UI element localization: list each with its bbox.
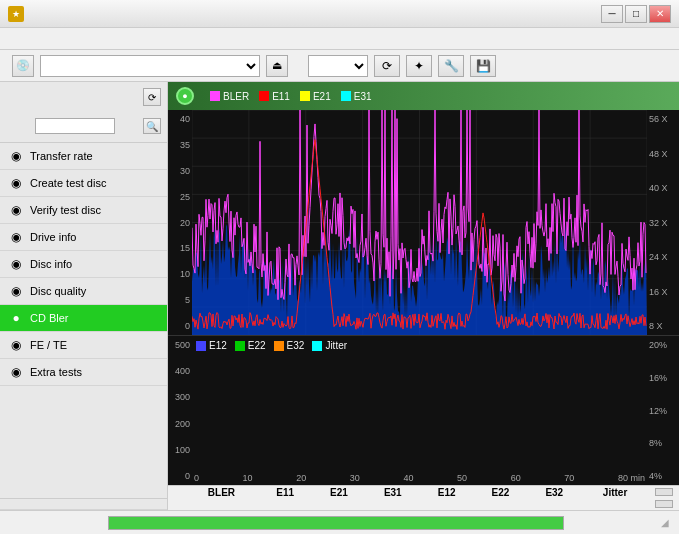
save-button[interactable]: 💾 <box>470 55 496 77</box>
menu-starttest[interactable] <box>20 37 36 41</box>
nav-disc-quality[interactable]: ◉ Disc quality <box>0 278 167 305</box>
verify-test-disc-icon: ◉ <box>8 202 24 218</box>
label-search-button[interactable]: 🔍 <box>143 118 161 134</box>
legend-e32: E32 <box>274 340 305 351</box>
app-icon: ★ <box>8 6 24 22</box>
nav-fe-te-label: FE / TE <box>30 339 159 351</box>
lower-chart-canvas <box>192 336 647 485</box>
stats-area: BLER E11 E21 E31 E12 E22 E32 Jitter <box>168 485 679 510</box>
legend-e12-color <box>196 341 206 351</box>
minimize-button[interactable]: ─ <box>601 5 623 23</box>
legend-e11: E11 <box>259 91 290 102</box>
drive-info-icon: ◉ <box>8 229 24 245</box>
eject-button[interactable]: ⏏ <box>266 55 288 77</box>
legend-e32-color <box>274 341 284 351</box>
disc-info-icon: ◉ <box>8 256 24 272</box>
upper-y-axis-left: 4035302520151050 <box>168 110 192 335</box>
drivebar: 💿 ⏏ ⟳ ✦ 🔧 💾 <box>0 50 679 82</box>
total-jitter <box>581 506 649 510</box>
legend-bler-label: BLER <box>223 91 249 102</box>
legend-e22: E22 <box>235 340 266 351</box>
menu-file[interactable] <box>4 37 20 41</box>
tool-button[interactable]: 🔧 <box>438 55 464 77</box>
total-bler <box>185 506 259 510</box>
total-e12 <box>420 506 474 510</box>
chart-header-icon: ● <box>176 87 194 105</box>
nav-drive-info[interactable]: ◉ Drive info <box>0 224 167 251</box>
menu-help[interactable] <box>52 37 68 41</box>
legend-bler: BLER <box>210 91 249 102</box>
legend-e21: E21 <box>300 91 331 102</box>
progress-bar-fill <box>109 517 563 529</box>
statusbar: ◢ <box>0 510 679 534</box>
nav-transfer-rate-label: Transfer rate <box>30 150 159 162</box>
nav-transfer-rate[interactable]: ◉ Transfer rate <box>0 143 167 170</box>
start-part-button[interactable] <box>655 500 673 508</box>
legend-e31-color <box>341 91 351 101</box>
fe-te-icon: ◉ <box>8 337 24 353</box>
stats-buttons <box>649 486 679 510</box>
nav-fe-te[interactable]: ◉ FE / TE <box>0 332 167 359</box>
drive-select[interactable] <box>40 55 260 77</box>
lower-legend: E12 E22 E32 Jitter <box>196 340 347 351</box>
legend-e31: E31 <box>341 91 372 102</box>
upper-y-axis-right: 56 X48 X40 X32 X24 X16 X8 X <box>647 110 679 335</box>
nav-extra-tests[interactable]: ◉ Extra tests <box>0 359 167 386</box>
label-input[interactable] <box>35 118 115 134</box>
lower-chart-container: 5004003002001000 E12 E22 E32 <box>168 335 679 485</box>
upper-chart-canvas <box>192 110 647 335</box>
legend-e22-color <box>235 341 245 351</box>
refresh-button[interactable]: ⟳ <box>374 55 400 77</box>
nav-items: ◉ Transfer rate ◉ Create test disc ◉ Ver… <box>0 143 167 386</box>
legend-jitter-color <box>312 341 322 351</box>
nav-create-test-disc[interactable]: ◉ Create test disc <box>0 170 167 197</box>
erase-button[interactable]: ✦ <box>406 55 432 77</box>
menu-extra[interactable] <box>36 37 52 41</box>
stats-table: BLER E11 E21 E31 E12 E22 E32 Jitter <box>168 486 649 510</box>
legend-e31-label: E31 <box>354 91 372 102</box>
total-e31 <box>366 506 420 510</box>
main-content: ⟳ 🔍 <box>0 82 679 510</box>
disc-quality-icon: ◉ <box>8 283 24 299</box>
nav-disc-info-label: Disc info <box>30 258 159 270</box>
total-e22 <box>474 506 528 510</box>
col-header-bler: BLER <box>185 486 259 499</box>
legend-jitter: Jitter <box>312 340 347 351</box>
lower-y-axis-left: 5004003002001000 <box>168 336 192 485</box>
total-e32 <box>527 506 581 510</box>
legend-e21-label: E21 <box>313 91 331 102</box>
disc-header: ⟳ <box>6 88 161 106</box>
legend-e11-color <box>259 91 269 101</box>
transfer-rate-icon: ◉ <box>8 148 24 164</box>
legend-bler-color <box>210 91 220 101</box>
nav-cd-bler[interactable]: ● CD Bler <box>0 305 167 332</box>
total-label <box>168 506 185 510</box>
upper-chart-container: 4035302520151050 56 X48 X40 X32 X24 X16 … <box>168 110 679 335</box>
maximize-button[interactable]: □ <box>625 5 647 23</box>
col-header-e12: E12 <box>420 486 474 499</box>
col-header-e22: E22 <box>474 486 528 499</box>
drive-icon: 💿 <box>12 55 34 77</box>
right-panel: ● BLER E11 E21 E31 <box>168 82 679 510</box>
chart-header: ● BLER E11 E21 E31 <box>168 82 679 110</box>
progress-bar-container <box>108 516 564 530</box>
titlebar-controls: ─ □ ✕ <box>601 5 671 23</box>
nav-verify-test-disc-label: Verify test disc <box>30 204 159 216</box>
nav-verify-test-disc[interactable]: ◉ Verify test disc <box>0 197 167 224</box>
close-button[interactable]: ✕ <box>649 5 671 23</box>
start-full-button[interactable] <box>655 488 673 496</box>
nav-disc-info[interactable]: ◉ Disc info <box>0 251 167 278</box>
nav-disc-quality-label: Disc quality <box>30 285 159 297</box>
stats-with-buttons: BLER E11 E21 E31 E12 E22 E32 Jitter <box>168 486 679 510</box>
nav-status-window[interactable] <box>0 499 167 510</box>
nav-cd-bler-label: CD Bler <box>30 312 159 324</box>
sidebar-bottom <box>0 498 167 510</box>
stats-total-row <box>168 506 649 510</box>
disc-label-row: 🔍 <box>6 118 161 134</box>
extra-tests-icon: ◉ <box>8 364 24 380</box>
nav-extra-tests-label: Extra tests <box>30 366 159 378</box>
legend-e12: E12 <box>196 340 227 351</box>
disc-refresh-button[interactable]: ⟳ <box>143 88 161 106</box>
create-test-disc-icon: ◉ <box>8 175 24 191</box>
speed-select[interactable] <box>308 55 368 77</box>
